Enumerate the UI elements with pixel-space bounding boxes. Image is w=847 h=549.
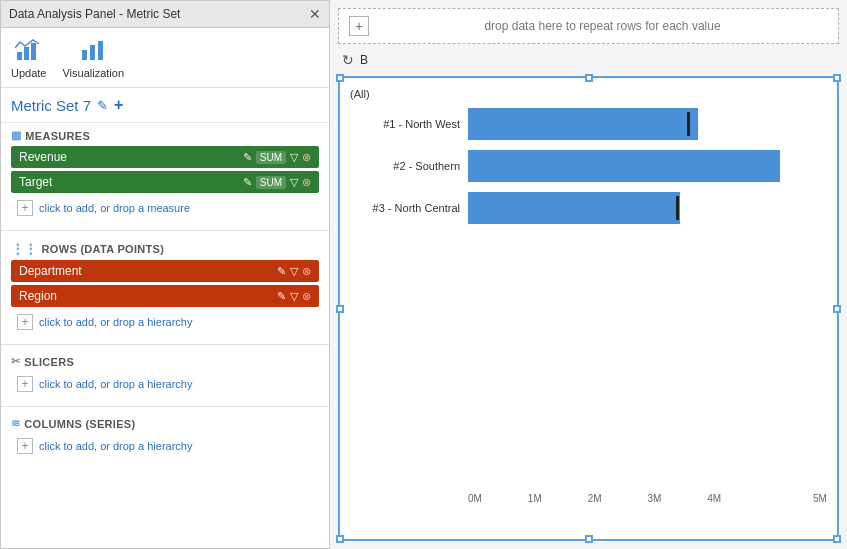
metric-set-title: Metric Set 7 — [11, 97, 91, 114]
bar-label-1: #1 - North West — [350, 118, 460, 130]
target-label: Target — [19, 175, 243, 189]
slicers-section: ✂ SLICERS + click to add, or drop a hier… — [1, 349, 329, 402]
region-row[interactable]: Region ✎ ▽ ⊗ — [11, 285, 319, 307]
edit-icon[interactable]: ✎ — [97, 98, 108, 113]
region-actions: ✎ ▽ ⊗ — [277, 290, 311, 303]
divider-2 — [1, 344, 329, 345]
divider-1 — [1, 230, 329, 231]
bar-row-1: #1 - North West — [350, 108, 827, 140]
target-edit-icon[interactable]: ✎ — [243, 176, 252, 189]
axis-1: 1M — [528, 493, 588, 504]
add-measure-row[interactable]: + click to add, or drop a measure — [11, 196, 319, 220]
bar-row-3: #3 - North Central — [350, 192, 827, 224]
handle-bl[interactable] — [336, 535, 344, 543]
columns-header: ≋ COLUMNS (SERIES) — [11, 417, 319, 430]
bar-fill-3 — [468, 192, 680, 224]
update-button[interactable]: Update — [11, 36, 46, 79]
revenue-label: Revenue — [19, 150, 243, 164]
bar-row-2: #2 - Southern — [350, 150, 827, 182]
target-agg[interactable]: SUM — [256, 176, 286, 189]
svg-rect-4 — [90, 45, 95, 60]
region-remove-icon[interactable]: ⊗ — [302, 290, 311, 303]
handle-br[interactable] — [833, 535, 841, 543]
revenue-measure-row[interactable]: Revenue ✎ SUM ▽ ⊗ — [11, 146, 319, 168]
rows-icon: ⋮⋮ — [11, 241, 38, 256]
add-row-text: click to add, or drop a hierarchy — [39, 316, 192, 328]
columns-section: ≋ COLUMNS (SERIES) + click to add, or dr… — [1, 411, 329, 464]
chart-area: (All) #1 - North West #2 - Southern #3 -… — [338, 76, 839, 541]
bar-label-2: #2 - Southern — [350, 160, 460, 172]
department-filter-icon[interactable]: ▽ — [290, 265, 298, 278]
add-measure-text: click to add, or drop a measure — [39, 202, 190, 214]
bar-marker-1 — [687, 112, 690, 136]
handle-tl[interactable] — [336, 74, 344, 82]
add-row-hierarchy[interactable]: + click to add, or drop a hierarchy — [11, 310, 319, 334]
add-column-row[interactable]: + click to add, or drop a hierarchy — [11, 434, 319, 458]
visualization-label: Visualization — [62, 67, 124, 79]
bar-track-3 — [468, 192, 827, 224]
target-actions: ✎ SUM ▽ ⊗ — [243, 176, 311, 189]
right-panel: + drop data here to repeat rows for each… — [330, 0, 847, 549]
close-button[interactable]: ✕ — [309, 7, 321, 21]
add-row-icon: + — [17, 314, 33, 330]
department-row[interactable]: Department ✎ ▽ ⊗ — [11, 260, 319, 282]
axis-0: 0M — [468, 493, 528, 504]
measures-header: ▦ MEASURES — [11, 129, 319, 142]
add-metric-set-button[interactable]: + — [114, 96, 123, 114]
handle-tr[interactable] — [833, 74, 841, 82]
handle-bm[interactable] — [585, 535, 593, 543]
revenue-filter-icon[interactable]: ▽ — [290, 151, 298, 164]
target-remove-icon[interactable]: ⊗ — [302, 176, 311, 189]
revenue-agg[interactable]: SUM — [256, 151, 286, 164]
revenue-remove-icon[interactable]: ⊗ — [302, 151, 311, 164]
svg-rect-1 — [24, 47, 29, 60]
revenue-edit-icon[interactable]: ✎ — [243, 151, 252, 164]
panel-title: Data Analysis Panel - Metric Set — [9, 7, 180, 21]
region-edit-icon[interactable]: ✎ — [277, 290, 286, 303]
svg-rect-5 — [98, 41, 103, 60]
svg-rect-3 — [82, 50, 87, 60]
refresh-icon[interactable]: ↻ — [342, 52, 354, 68]
measures-label: MEASURES — [25, 130, 90, 142]
axis-4: 4M — [707, 493, 767, 504]
measures-section: ▦ MEASURES Revenue ✎ SUM ▽ ⊗ Target ✎ SU… — [1, 123, 329, 226]
region-label: Region — [19, 289, 277, 303]
left-panel: Data Analysis Panel - Metric Set ✕ Updat… — [0, 0, 330, 549]
target-filter-icon[interactable]: ▽ — [290, 176, 298, 189]
bar-fill-1 — [468, 108, 698, 140]
region-filter-icon[interactable]: ▽ — [290, 290, 298, 303]
add-measure-icon: + — [17, 200, 33, 216]
divider-3 — [1, 406, 329, 407]
update-icon — [13, 36, 45, 64]
columns-icon: ≋ — [11, 417, 20, 430]
chart-axis: 0M 1M 2M 3M 4M 5M — [468, 493, 827, 504]
department-edit-icon[interactable]: ✎ — [277, 265, 286, 278]
department-remove-icon[interactable]: ⊗ — [302, 265, 311, 278]
handle-tm[interactable] — [585, 74, 593, 82]
panel-titlebar: Data Analysis Panel - Metric Set ✕ — [1, 1, 329, 28]
b-row: ↻ B — [338, 50, 839, 70]
visualization-button[interactable]: Visualization — [62, 36, 124, 79]
svg-rect-2 — [31, 43, 36, 60]
update-label: Update — [11, 67, 46, 79]
handle-ml[interactable] — [336, 305, 344, 313]
handle-mr[interactable] — [833, 305, 841, 313]
bar-marker-3 — [676, 196, 679, 220]
drop-plus-button[interactable]: + — [349, 16, 369, 36]
add-column-icon: + — [17, 438, 33, 454]
drop-zone[interactable]: + drop data here to repeat rows for each… — [338, 8, 839, 44]
bar-track-2 — [468, 150, 827, 182]
axis-3: 3M — [647, 493, 707, 504]
revenue-actions: ✎ SUM ▽ ⊗ — [243, 151, 311, 164]
svg-rect-0 — [17, 52, 22, 60]
slicers-icon: ✂ — [11, 355, 20, 368]
b-label: B — [360, 53, 368, 67]
bar-label-3: #3 - North Central — [350, 202, 460, 214]
add-slicer-text: click to add, or drop a hierarchy — [39, 378, 192, 390]
add-column-text: click to add, or drop a hierarchy — [39, 440, 192, 452]
department-actions: ✎ ▽ ⊗ — [277, 265, 311, 278]
bar-track-1 — [468, 108, 827, 140]
target-measure-row[interactable]: Target ✎ SUM ▽ ⊗ — [11, 171, 319, 193]
add-slicer-row[interactable]: + click to add, or drop a hierarchy — [11, 372, 319, 396]
rows-label: ROWS (DATA POINTS) — [42, 243, 165, 255]
